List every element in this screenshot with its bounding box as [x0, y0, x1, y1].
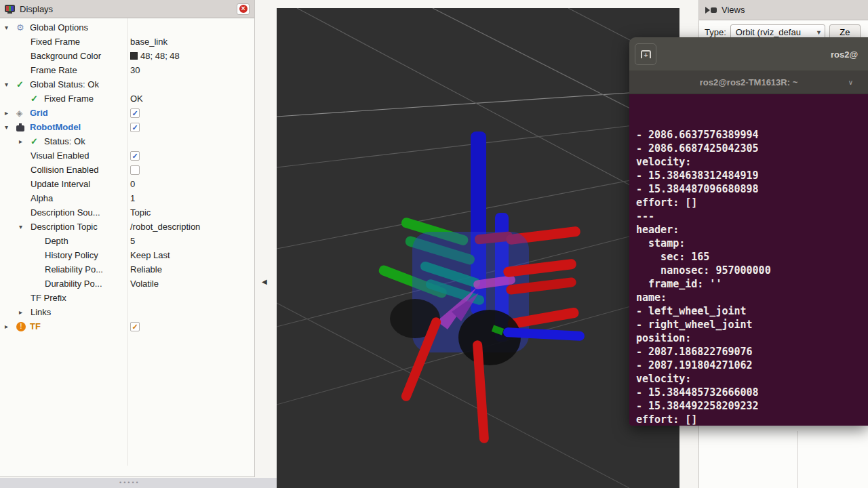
display-tree-row[interactable]: Visual Enabled✓ [0, 148, 254, 163]
robot-model [378, 131, 585, 443]
camera-icon [705, 7, 717, 14]
property-value[interactable]: 48; 48; 48 [130, 51, 180, 61]
display-tree-row[interactable]: Depth5 [0, 234, 254, 248]
display-tree-row[interactable]: ▸◈Grid✓ [0, 106, 254, 120]
display-tree-row[interactable]: ▸✓Status: Ok [0, 134, 254, 148]
display-tree-row[interactable]: History PolicyKeep Last [0, 248, 254, 262]
property-label: History Policy [45, 250, 98, 260]
enabled-checkbox[interactable]: ✓ [130, 123, 140, 132]
terminal-line: effort: [] [636, 413, 868, 426]
property-label: Grid [30, 108, 48, 118]
property-value[interactable]: Volatile [130, 279, 159, 289]
display-tree-row[interactable]: Description Sou...Topic [0, 205, 254, 220]
expand-arrow-icon[interactable]: ▾ [5, 24, 16, 31]
terminal-line: frame_id: '' [636, 277, 868, 291]
property-value[interactable]: Reliable [130, 264, 162, 274]
rviz-window: Displays ✕ ▾⚙Global OptionsFixed Frameba… [0, 0, 868, 488]
enabled-checkbox[interactable]: ✓ [130, 322, 140, 331]
3d-viewport[interactable] [277, 8, 679, 488]
display-tree-row[interactable]: ▸!TF✓ [0, 319, 254, 333]
expand-arrow-icon[interactable]: ▸ [5, 323, 16, 330]
new-tab-button[interactable] [635, 43, 656, 65]
display-tree-row[interactable]: TF Prefix [0, 291, 254, 305]
property-value[interactable]: 30 [130, 65, 140, 75]
displays-monitor-icon [5, 5, 15, 12]
display-tree-row[interactable]: ▾Description Topic/robot_description [0, 220, 254, 234]
property-label: Collision Enabled [31, 165, 98, 175]
terminal-line: - 15.384485732666008 [636, 386, 868, 399]
check-icon: ✓ [31, 136, 44, 146]
color-swatch [130, 52, 138, 60]
chevron-down-icon: ▼ [816, 29, 822, 36]
collapse-arrow-icon[interactable]: ◀ [262, 278, 267, 285]
display-tree-row[interactable]: ▾⚙Global Options [0, 20, 254, 35]
property-label: Description Sou... [31, 207, 100, 218]
terminal-titlebar[interactable]: ros2@ [629, 37, 868, 71]
display-tree-row[interactable]: Collision Enabled [0, 163, 254, 177]
enabled-checkbox[interactable] [130, 165, 140, 175]
terminal-line: - 2086.6637576389994 [636, 128, 868, 142]
expand-arrow-icon[interactable]: ▾ [5, 123, 16, 131]
property-value[interactable]: Keep Last [130, 250, 170, 260]
property-value[interactable]: base_link [130, 37, 167, 47]
expand-arrow-icon[interactable]: ▸ [19, 138, 31, 145]
property-label: Depth [45, 236, 68, 246]
display-tree-row[interactable]: Reliability Po...Reliable [0, 262, 254, 277]
terminal-line: - 15.384638312484919 [636, 169, 868, 182]
bottom-splitter[interactable]: ••••• [0, 478, 277, 488]
expand-arrow-icon[interactable]: ▾ [5, 81, 16, 88]
enabled-checkbox[interactable]: ✓ [130, 151, 140, 161]
displays-close-button[interactable]: ✕ [237, 3, 250, 15]
property-label: Frame Rate [31, 65, 77, 75]
property-label: Fixed Frame [31, 37, 80, 47]
display-tree-row[interactable]: Fixed Framebase_link [0, 35, 254, 49]
chevron-down-icon[interactable]: ∨ [848, 79, 853, 86]
terminal-line: velocity: [636, 155, 868, 169]
terminal-output: - 2086.6637576389994- 2086.6687425042305… [629, 94, 868, 426]
display-tree-row[interactable]: Durability Po...Volatile [0, 277, 254, 291]
displays-panel: Displays ✕ ▾⚙Global OptionsFixed Frameba… [0, 0, 255, 477]
terminal-line: position: [636, 331, 868, 345]
property-value[interactable]: 0 [130, 179, 135, 189]
panel-splitter[interactable]: ◀ [255, 0, 277, 478]
terminal-tab-title[interactable]: ros2@ros2-TM1613R: ~ [700, 77, 798, 87]
property-value[interactable]: 1 [130, 193, 135, 203]
display-tree-row[interactable]: ▾RobotModel✓ [0, 120, 254, 134]
display-tree-row[interactable]: ▸Links [0, 305, 254, 319]
property-label: Update Interval [31, 179, 90, 189]
property-label: TF [30, 321, 41, 331]
displays-panel-title: Displays [20, 4, 53, 14]
display-tree-row[interactable]: Alpha1 [0, 191, 254, 205]
terminal-line: sec: 165 [636, 250, 868, 264]
property-label: TF Prefix [31, 293, 66, 303]
property-label: RobotModel [30, 122, 81, 132]
display-tree-row[interactable]: Update Interval0 [0, 177, 254, 191]
property-label: Status: Ok [44, 136, 85, 146]
enabled-checkbox[interactable]: ✓ [130, 108, 140, 118]
terminal-line: - 2087.186822769076 [636, 345, 868, 359]
property-value[interactable]: /robot_description [130, 222, 200, 232]
expand-arrow-icon[interactable]: ▸ [19, 308, 31, 316]
expand-arrow-icon[interactable]: ▸ [5, 109, 16, 117]
view-type-label: Type: [705, 27, 726, 37]
display-tree-row[interactable]: Background Color48; 48; 48 [0, 49, 254, 63]
splitter-handle-icon: ••••• [119, 481, 140, 485]
property-label: Visual Enabled [31, 150, 90, 161]
display-tree-row[interactable]: ▾✓Global Status: Ok [0, 77, 254, 92]
display-tree-row[interactable]: ✓Fixed FrameOK [0, 92, 254, 106]
property-value[interactable]: Topic [130, 207, 151, 218]
terminal-window: ros2@ ros2@ros2-TM1613R: ~ ∨ - 2086.6637… [629, 37, 868, 426]
check-icon: ✓ [31, 94, 44, 104]
display-tree-row[interactable]: Frame Rate30 [0, 63, 254, 77]
property-label: Alpha [31, 193, 53, 203]
views-list-divider [797, 431, 798, 488]
gear-icon: ⚙ [16, 22, 30, 33]
terminal-line: velocity: [636, 372, 868, 386]
robot-icon [16, 125, 24, 131]
expand-arrow-icon[interactable]: ▾ [19, 223, 31, 230]
property-value[interactable]: 5 [130, 236, 135, 246]
property-value[interactable]: OK [130, 94, 143, 104]
property-label: Global Status: Ok [30, 79, 99, 89]
terminal-line: --- [636, 209, 868, 223]
terminal-line: - 2086.6687425042305 [636, 142, 868, 155]
